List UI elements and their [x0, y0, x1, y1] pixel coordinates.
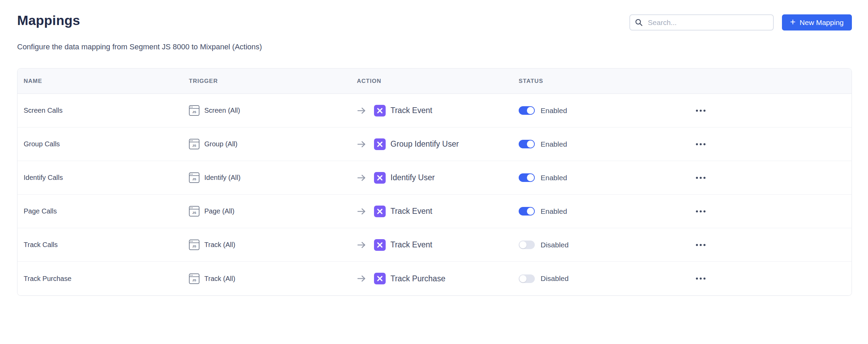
- arrow-right-icon: [357, 174, 366, 182]
- row-menu-button[interactable]: [694, 174, 708, 182]
- ellipsis-icon: [696, 244, 698, 246]
- status-label: Disabled: [541, 241, 569, 249]
- ellipsis-icon: [696, 143, 698, 145]
- table-row: Group Calls JS Group (All): [17, 127, 852, 161]
- mapping-name: Identify Calls: [24, 174, 63, 182]
- ellipsis-icon: [696, 278, 698, 280]
- toggle-knob: [519, 275, 527, 282]
- trigger-label: Screen (All): [204, 107, 240, 114]
- status-label: Enabled: [541, 174, 567, 182]
- action-label: Identify User: [390, 173, 435, 182]
- column-header-action: ACTION: [357, 78, 519, 85]
- table-row: Screen Calls JS Screen (All): [17, 94, 852, 127]
- svg-text:JS: JS: [192, 144, 196, 147]
- table-row: Track Calls JS Track (All): [17, 228, 852, 262]
- javascript-window-icon: JS: [189, 172, 200, 183]
- title-block: Mappings Configure the data mapping from…: [17, 13, 262, 51]
- page-header: Mappings Configure the data mapping from…: [17, 13, 852, 51]
- toggle-knob: [519, 241, 527, 248]
- trigger-label: Track (All): [204, 241, 235, 249]
- row-menu-button[interactable]: [694, 241, 708, 249]
- mixpanel-icon: [374, 273, 386, 284]
- status-toggle[interactable]: [519, 207, 535, 216]
- arrow-right-icon: [357, 274, 366, 283]
- arrow-right-icon: [357, 107, 366, 115]
- arrow-right-icon: [357, 207, 366, 216]
- status-toggle[interactable]: [519, 173, 535, 182]
- status-label: Enabled: [541, 140, 567, 148]
- action-label: Track Event: [390, 106, 432, 115]
- search-input[interactable]: [629, 14, 774, 30]
- mixpanel-icon: [374, 138, 386, 150]
- javascript-window-icon: JS: [189, 206, 200, 217]
- arrow-right-icon: [357, 241, 366, 249]
- svg-text:JS: JS: [192, 110, 196, 114]
- ellipsis-icon: [696, 110, 698, 112]
- table-body: Screen Calls JS Screen (All): [17, 94, 852, 295]
- mapping-name: Track Purchase: [24, 275, 71, 283]
- trigger-label: Group (All): [204, 140, 238, 148]
- status-label: Disabled: [541, 274, 569, 283]
- row-menu-button[interactable]: [694, 208, 708, 215]
- row-menu-button[interactable]: [694, 140, 708, 148]
- status-toggle[interactable]: [519, 140, 535, 148]
- table-row: Identify Calls JS Identify (All): [17, 161, 852, 195]
- mappings-page: Mappings Configure the data mapping from…: [0, 0, 868, 344]
- row-menu-button[interactable]: [694, 107, 708, 114]
- mapping-name: Page Calls: [24, 207, 57, 215]
- mixpanel-icon: [374, 105, 386, 116]
- row-menu-button[interactable]: [694, 275, 708, 282]
- new-mapping-label: New Mapping: [800, 19, 844, 27]
- toggle-knob: [527, 107, 534, 114]
- table-row: Track Purchase JS Track (All): [17, 262, 852, 295]
- column-header-trigger: TRIGGER: [189, 78, 357, 85]
- mixpanel-icon: [374, 239, 386, 251]
- table-row: Page Calls JS Page (All): [17, 195, 852, 228]
- mixpanel-icon: [374, 172, 386, 184]
- svg-text:JS: JS: [192, 244, 196, 248]
- mappings-table: NAME TRIGGER ACTION STATUS Screen Calls …: [17, 68, 852, 296]
- toggle-knob: [527, 174, 534, 181]
- mixpanel-icon: [374, 206, 386, 217]
- svg-text:JS: JS: [192, 211, 196, 214]
- column-header-status: STATUS: [519, 78, 679, 85]
- table-header: NAME TRIGGER ACTION STATUS: [17, 69, 852, 94]
- search-box: [629, 14, 774, 30]
- trigger-label: Identify (All): [204, 174, 241, 182]
- status-toggle[interactable]: [519, 241, 535, 249]
- search-icon: [635, 19, 643, 26]
- status-toggle[interactable]: [519, 274, 535, 283]
- new-mapping-button[interactable]: + New Mapping: [782, 14, 852, 30]
- action-label: Track Purchase: [390, 274, 445, 283]
- mapping-name: Group Calls: [24, 140, 60, 148]
- trigger-label: Track (All): [204, 275, 235, 283]
- status-label: Enabled: [541, 107, 567, 115]
- javascript-window-icon: JS: [189, 139, 200, 149]
- arrow-right-icon: [357, 140, 366, 148]
- toggle-knob: [527, 208, 534, 215]
- status-toggle[interactable]: [519, 106, 535, 115]
- mapping-name: Track Calls: [24, 241, 58, 249]
- toggle-knob: [527, 140, 534, 148]
- action-label: Track Event: [390, 207, 432, 216]
- page-title: Mappings: [17, 13, 262, 28]
- column-header-name: NAME: [17, 78, 189, 85]
- svg-text:JS: JS: [192, 177, 196, 181]
- plus-icon: +: [790, 17, 796, 27]
- svg-text:JS: JS: [192, 278, 196, 282]
- status-label: Enabled: [541, 207, 567, 216]
- trigger-label: Page (All): [204, 207, 234, 215]
- toolbar: + New Mapping: [629, 14, 852, 30]
- page-subtitle: Configure the data mapping from Segment …: [17, 42, 262, 51]
- javascript-window-icon: JS: [189, 239, 200, 250]
- javascript-window-icon: JS: [189, 273, 200, 284]
- action-label: Group Identify User: [390, 139, 459, 149]
- mapping-name: Screen Calls: [24, 107, 62, 114]
- ellipsis-icon: [696, 210, 698, 212]
- javascript-window-icon: JS: [189, 105, 200, 116]
- action-label: Track Event: [390, 240, 432, 249]
- ellipsis-icon: [696, 177, 698, 179]
